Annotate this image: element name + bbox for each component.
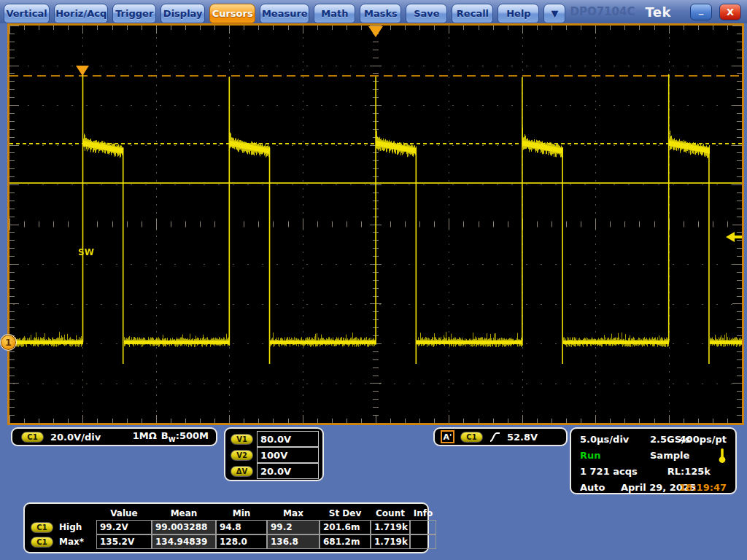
sample-resolution: 400ps/pt xyxy=(680,434,727,445)
meas-max-count: 1.719k xyxy=(371,534,410,549)
close-button[interactable]: X xyxy=(719,4,741,20)
oscilloscope-screen: { "window": { "model": "DPO7104C", "bran… xyxy=(0,0,747,560)
menu-more-dropdown[interactable]: ▼ xyxy=(543,4,565,23)
header-mean: Mean xyxy=(152,507,216,520)
meas-max-min: 128.0 xyxy=(216,534,267,549)
meas-max-info xyxy=(410,534,436,549)
header-max: Max xyxy=(267,507,320,520)
menu-save[interactable]: Save xyxy=(406,4,447,23)
measurement-row-high[interactable]: C1High 99.2V 99.003288 94.8 99.2 201.6m … xyxy=(29,520,427,534)
max-annotation-marker-icon xyxy=(76,66,89,76)
menu-help[interactable]: Help xyxy=(498,4,539,23)
cursor-readout-panel: V1 80.0V V2 100V ΔV 20.0V xyxy=(224,427,324,481)
minimize-button[interactable]: _ xyxy=(690,4,712,20)
channel1-trace xyxy=(9,26,742,423)
trigger-position-marker-icon[interactable] xyxy=(368,26,383,37)
meas-high-info xyxy=(410,520,436,534)
tek-logo: Tek xyxy=(645,4,671,20)
acquisition-count: 1 721 acqs xyxy=(580,466,638,477)
cursor-v2-badge[interactable]: V2 xyxy=(231,450,253,461)
menu-masks[interactable]: Masks xyxy=(360,4,401,23)
menu-bar: Vertical Horiz/Acq Trigger Display Curso… xyxy=(0,0,747,23)
trigger-level-marker-icon[interactable] xyxy=(726,232,742,242)
menu-recall[interactable]: Recall xyxy=(452,4,493,23)
trace-label: SW xyxy=(78,247,94,257)
channel1-badge[interactable]: C1 xyxy=(21,432,44,443)
measurement-table-panel: Value Mean Min Max St Dev Count Info C1H… xyxy=(23,502,429,553)
menu-horiz-acq[interactable]: Horiz/Acq xyxy=(54,4,108,23)
meas-max-source-badge: C1 xyxy=(31,537,53,548)
measurement-row-max[interactable]: C1Max* 135.2V 134.94839 128.0 136.8 681.… xyxy=(29,534,427,549)
menu-display[interactable]: Display xyxy=(160,4,205,23)
channel1-scale: 20.0V/div xyxy=(50,432,101,443)
cursor-v1-badge[interactable]: V1 xyxy=(231,434,253,445)
channel1-coupling: 1MΩ BW:500M xyxy=(133,430,209,443)
header-info: Info xyxy=(410,507,436,520)
meas-high-stdev: 201.6m xyxy=(320,520,371,534)
menu-cursors[interactable]: Cursors xyxy=(209,4,255,23)
rising-slope-icon xyxy=(489,431,501,443)
meas-high-name: High xyxy=(59,522,82,532)
acquisition-readout-panel: 5.0µs/div 2.5GS/s 400ps/pt Run Sample 1 … xyxy=(570,427,737,494)
meas-max-mean: 134.94839 xyxy=(152,534,216,549)
channel1-readout-panel[interactable]: C1 20.0V/div 1MΩ BW:500M xyxy=(11,427,217,446)
timebase-value[interactable]: 5.0µs/div xyxy=(580,434,629,445)
header-stdev: St Dev xyxy=(320,507,371,520)
trigger-a-badge: A' xyxy=(441,430,454,443)
trigger-source-badge[interactable]: C1 xyxy=(460,432,483,443)
cursor-v1-row: V1 80.0V xyxy=(231,431,319,447)
meas-high-value: 99.2V xyxy=(96,520,152,534)
graticule-area[interactable]: 1 SW xyxy=(9,26,742,423)
meas-max-max: 136.8 xyxy=(267,534,320,549)
cursor-v2-row: V2 100V xyxy=(231,447,319,463)
meas-high-mean: 99.003288 xyxy=(152,520,216,534)
header-min: Min xyxy=(216,507,267,520)
channel1-reference-marker[interactable]: 1 xyxy=(0,334,17,351)
acquisition-mode: Sample xyxy=(650,450,689,461)
record-length: RL:125k xyxy=(667,466,711,477)
menu-vertical[interactable]: Vertical xyxy=(4,4,50,23)
menu-trigger[interactable]: Trigger xyxy=(112,4,156,23)
meas-max-value: 135.2V xyxy=(96,534,152,549)
cursor-v1-value[interactable]: 80.0V xyxy=(257,431,319,447)
trigger-level-value: 52.8V xyxy=(507,432,538,443)
menu-math[interactable]: Math xyxy=(314,4,355,23)
cursor-delta-row: ΔV 20.0V xyxy=(231,463,319,479)
trigger-readout-panel[interactable]: A' C1 52.8V xyxy=(433,427,568,446)
model-watermark: DPO7104C xyxy=(570,5,635,18)
meas-high-max: 99.2 xyxy=(267,520,320,534)
cursor-v2-value[interactable]: 100V xyxy=(257,447,319,463)
meas-max-name: Max* xyxy=(59,537,84,547)
header-value: Value xyxy=(96,507,152,520)
meas-high-min: 94.8 xyxy=(216,520,267,534)
cursor-delta-value: 20.0V xyxy=(257,463,319,479)
cursor-delta-badge[interactable]: ΔV xyxy=(231,466,253,477)
meas-high-source-badge: C1 xyxy=(31,522,53,533)
thermometer-icon xyxy=(718,448,727,464)
measurement-header-row: Value Mean Min Max St Dev Count Info xyxy=(29,507,427,520)
menu-measure[interactable]: Measure xyxy=(260,4,309,23)
header-count: Count xyxy=(371,507,410,520)
waveform-display[interactable]: 1 SW xyxy=(7,23,744,425)
acquisition-state: Run xyxy=(580,450,601,461)
trigger-mode[interactable]: Auto xyxy=(580,482,605,493)
time-display: 18:19:47 xyxy=(679,482,727,493)
meas-max-stdev: 681.2m xyxy=(320,534,371,549)
meas-high-count: 1.719k xyxy=(371,520,410,534)
